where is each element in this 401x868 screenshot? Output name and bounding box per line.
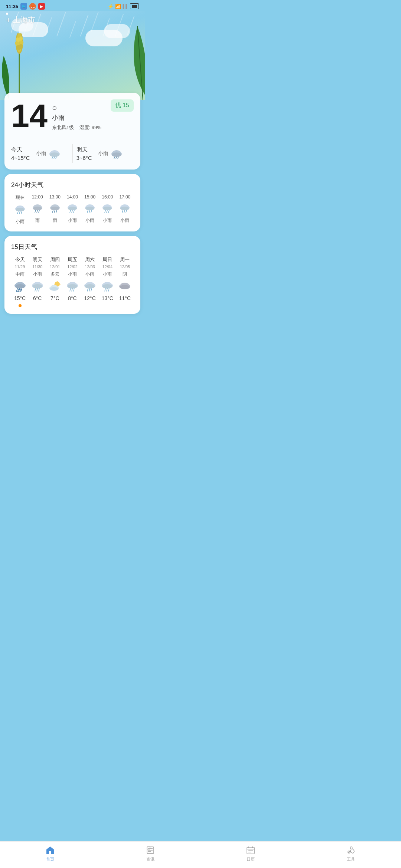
hourly-item-2: 13:00 雨 [46,194,63,224]
daily-dot-1 [29,304,46,307]
wifi-icon: 📶 [115,4,121,9]
daily-card-title: 15日天气 [11,243,134,251]
city-header[interactable]: + 上海市 [6,15,35,25]
daily-cond-0: 中雨 [11,271,29,277]
hourly-cloud-0 [14,204,26,214]
svg-point-55 [85,207,94,210]
today-weather: 小雨 [36,148,61,159]
svg-line-118 [108,289,109,291]
daily-cond-5: 小雨 [99,271,116,277]
daily-temps-row: 15°C 6°C 7°C 8°C 12°C 13°C 11°C [11,295,134,301]
svg-line-28 [17,211,18,214]
app-icon-2: 🦊 [29,3,36,10]
daily-forecast-card: 15日天气 今天 11/29 明天 11/30 周四 12/01 周五 12/0… [4,236,140,314]
svg-line-79 [21,289,22,292]
svg-line-58 [91,210,92,213]
daily-cond-6: 阴 [116,271,134,277]
hourly-cloud-2 [49,203,61,213]
hourly-item-1: 12:00 雨 [29,194,46,224]
svg-line-102 [70,289,71,291]
signal-icon: ▌▌ [123,4,128,9]
status-right: ⚡ 📶 ▌▌ [108,3,139,9]
today-label: 今天 [11,146,30,153]
daily-cond-4: 小雨 [81,271,99,277]
day-divider [72,144,73,163]
svg-point-13 [50,152,59,157]
hourly-item-5: 16:00 小雨 [99,194,116,224]
hourly-cloud-1 [31,203,44,213]
daily-col-5: 周日 12/04 [99,256,116,269]
time-display: 11:35 [6,4,18,9]
svg-line-35 [35,210,36,213]
daily-col-0: 今天 11/29 [11,256,29,269]
svg-line-57 [89,210,90,213]
svg-line-78 [19,289,20,292]
svg-line-72 [126,210,127,213]
svg-line-49 [70,210,71,213]
hourly-card: 24小时天气 现在 小雨 12:00 [4,174,140,231]
tomorrow-condition: 小雨 [98,150,108,157]
daily-cond-2: 多云 [46,271,63,277]
daily-dot-2 [46,304,63,307]
svg-point-115 [102,284,112,289]
daily-dot-0 [11,304,29,307]
daily-icons-row [11,280,134,292]
svg-point-108 [85,284,95,289]
svg-line-16 [56,157,56,159]
tomorrow-weather: 小雨 [98,148,123,159]
daily-icon-0 [11,280,29,292]
daily-col-4: 周六 12/03 [81,256,99,269]
status-bar: 11:35 🐦 🦊 ▶ ⚡ 📶 ▌▌ [0,0,145,11]
svg-point-27 [16,208,25,211]
hourly-cloud-4 [84,203,96,213]
today-condition: 小雨 [36,150,46,157]
svg-line-51 [74,210,74,213]
svg-point-62 [103,207,112,210]
svg-line-14 [52,157,53,159]
svg-point-97 [50,287,58,291]
svg-line-109 [87,289,88,291]
svg-line-71 [124,210,125,213]
aqi-badge: 优 15 [111,99,134,112]
wind-info: 东北风1级 [52,125,74,130]
svg-line-64 [107,210,107,213]
svg-line-50 [72,210,72,213]
tomorrow-info: 明天 3~6°C [76,146,92,161]
svg-line-110 [89,289,90,291]
daily-icon-5 [99,280,116,292]
aqi-value: 15 [123,102,129,108]
humidity-info: 湿度: 99% [79,125,101,130]
svg-line-56 [87,210,88,213]
weather-condition: 小雨 [52,114,111,122]
daily-temp-3: 8°C [63,295,81,301]
svg-point-48 [68,207,77,210]
svg-line-87 [37,289,38,291]
svg-point-34 [33,207,42,210]
tomorrow-label: 明天 [76,146,92,153]
status-left: 11:35 🐦 🦊 ▶ [6,3,45,10]
daily-icon-1 [29,280,46,292]
svg-line-117 [107,289,107,291]
svg-point-85 [33,284,42,289]
today-tomorrow-row: 今天 4~15°C 小雨 [11,139,134,163]
svg-line-30 [21,211,22,214]
svg-line-86 [35,289,36,291]
today-info: 今天 4~15°C [11,146,30,161]
hero-section: + 上海市 [0,11,145,100]
app-icon-3: ▶ [38,3,45,10]
tomorrow-cloud-icon [110,148,123,159]
city-name: 上海市 [13,15,35,25]
daily-icon-4 [81,280,99,292]
tomorrow-section: 明天 3~6°C 小雨 [76,146,134,161]
svg-point-69 [120,207,129,210]
daily-dot-5 [99,304,116,307]
daily-icon-6 [116,280,134,292]
svg-line-44 [56,210,57,213]
hourly-cloud-5 [101,203,114,213]
hourly-card-title: 24小时天气 [11,181,134,189]
add-city-icon[interactable]: + [6,15,11,25]
hourly-cloud-6 [118,203,131,213]
svg-line-15 [54,157,55,159]
daily-col-1: 明天 11/30 [29,256,46,269]
hourly-cloud-3 [66,203,79,213]
